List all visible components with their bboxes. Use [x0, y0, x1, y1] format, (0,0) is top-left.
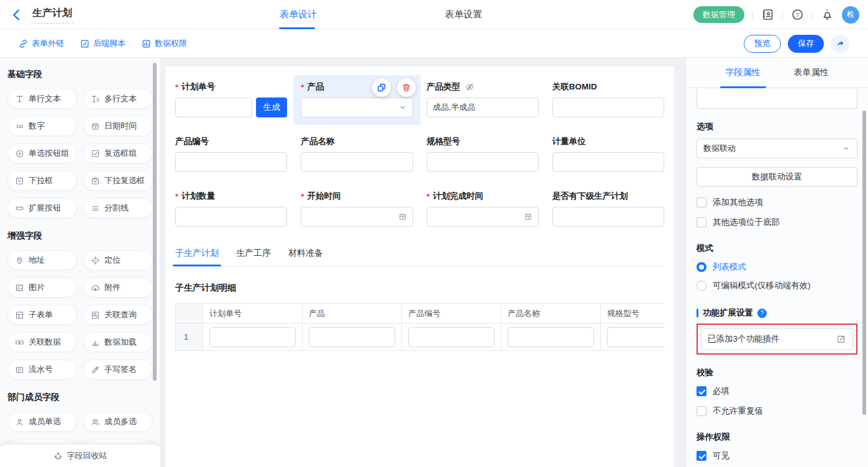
- share-button[interactable]: [831, 34, 849, 53]
- field-recycle-bin[interactable]: 字段回收站: [0, 445, 160, 467]
- field-plan-quantity[interactable]: *计划数量: [175, 191, 287, 227]
- palette-item-member-multi[interactable]: 成员多选: [83, 412, 153, 432]
- tab-production-process[interactable]: 生产工序: [236, 248, 271, 266]
- field-bom-id[interactable]: 关联BOMID: [552, 81, 664, 117]
- other-option-bottom-checkbox[interactable]: 其他选项位于底部: [697, 217, 857, 228]
- palette-item-number[interactable]: 数字: [7, 116, 77, 136]
- save-button[interactable]: 保存: [788, 35, 824, 53]
- select-icon: [15, 176, 24, 186]
- palette-item-member-single[interactable]: 成员单选: [7, 412, 77, 432]
- help-icon[interactable]: [791, 8, 804, 21]
- palette-item-multi-select[interactable]: 下拉复选框: [83, 171, 153, 191]
- user-avatar[interactable]: 检: [842, 6, 859, 24]
- palette-item-checkbox-group[interactable]: 复选框组: [83, 143, 153, 163]
- plugin-summary-field[interactable]: 已添加3个功能插件: [701, 328, 853, 350]
- checkbox-unchecked[interactable]: [697, 217, 706, 227]
- field-product-code[interactable]: 产品编号: [175, 136, 287, 172]
- checkbox-checked[interactable]: [697, 451, 706, 461]
- field-start-time[interactable]: *开始时间: [301, 191, 413, 227]
- field-finish-time[interactable]: *计划完成时间: [427, 191, 539, 227]
- radio-selected[interactable]: [697, 262, 706, 272]
- palette-item-ext-button[interactable]: 扩展按钮: [7, 198, 77, 218]
- mode-list-radio[interactable]: 列表模式: [697, 261, 857, 273]
- palette-item-attachment[interactable]: 附件: [83, 278, 153, 297]
- mode-editable-radio[interactable]: 可编辑模式(仅移动端有效): [697, 280, 857, 291]
- help-filled-icon[interactable]: ?: [757, 309, 767, 318]
- section-title-basic: 基础字段: [7, 69, 153, 80]
- palette-item-select[interactable]: 下拉框: [7, 171, 77, 191]
- duplicate-field-button[interactable]: [372, 78, 391, 97]
- tab-form-settings[interactable]: 表单设置: [445, 0, 482, 29]
- plan-number-input[interactable]: [175, 97, 252, 117]
- radio-unselected[interactable]: [697, 281, 706, 291]
- palette-item-signature[interactable]: 手写签名: [83, 360, 153, 379]
- sidebar-scrollbar[interactable]: [153, 63, 157, 381]
- palette-item-multi-text[interactable]: 多行文本: [83, 89, 153, 109]
- palette-item-radio-group[interactable]: 单选按钮组: [7, 143, 77, 163]
- section-title-member: 部门成员字段: [7, 392, 153, 403]
- notification-bell-icon[interactable]: [821, 8, 834, 21]
- tab-material-preparation[interactable]: 材料准备: [288, 248, 323, 266]
- palette-item-related-query[interactable]: 关联查询: [83, 305, 153, 325]
- subtable-cell-input[interactable]: [607, 327, 664, 347]
- add-other-option-checkbox[interactable]: 添加其他选项: [697, 197, 857, 208]
- palette-item-data-load[interactable]: 数据加载: [83, 332, 153, 352]
- field-product-type[interactable]: 产品类型 成品,半成品: [427, 81, 539, 117]
- form-external-link[interactable]: 表单外链: [19, 38, 64, 49]
- subtable-cell-input[interactable]: [408, 327, 495, 347]
- finish-time-input[interactable]: [427, 207, 539, 227]
- field-has-sub-plan[interactable]: 是否有下级生产计划: [552, 191, 664, 227]
- panel-scrollbar[interactable]: [862, 111, 866, 415]
- field-product-name[interactable]: 产品名称: [301, 136, 413, 172]
- has-sub-plan-input[interactable]: [552, 207, 664, 227]
- field-plan-number[interactable]: *计划单号 生成: [175, 81, 287, 117]
- preview-button[interactable]: 预览: [744, 35, 781, 53]
- tab-form-properties[interactable]: 表单属性: [794, 58, 829, 88]
- product-type-input[interactable]: 成品,半成品: [427, 97, 539, 117]
- contact-book-icon[interactable]: [761, 8, 774, 21]
- option-source-select[interactable]: 数据联动: [697, 138, 857, 158]
- backend-script-link[interactable]: 后端脚本: [80, 38, 126, 49]
- subtable-cell-input[interactable]: [309, 327, 395, 347]
- unit-input[interactable]: [552, 152, 664, 172]
- palette-item-image[interactable]: 图片: [7, 278, 77, 297]
- palette-item-related-data[interactable]: 关联数据: [7, 332, 77, 352]
- subtable-cell-input[interactable]: [209, 327, 296, 347]
- data-permission-link[interactable]: 数据权限: [142, 38, 187, 49]
- checkbox-unchecked[interactable]: [697, 197, 706, 207]
- generate-button[interactable]: 生成: [256, 97, 287, 117]
- product-code-input[interactable]: [175, 152, 287, 172]
- tab-sub-production-plan[interactable]: 子生产计划: [175, 248, 219, 266]
- palette-item-serial-number[interactable]: 流水号: [7, 360, 77, 379]
- scrolled-partial-input[interactable]: [697, 89, 857, 109]
- search-box-icon: [91, 311, 100, 320]
- tab-field-properties[interactable]: 字段属性: [726, 58, 761, 88]
- data-manage-button[interactable]: 数据管理: [693, 6, 744, 23]
- field-spec-model[interactable]: 规格型号: [427, 136, 539, 172]
- bom-id-input[interactable]: [552, 97, 664, 117]
- delete-field-button[interactable]: [397, 78, 416, 97]
- tab-form-design[interactable]: 表单设计: [280, 0, 317, 29]
- palette-item-address[interactable]: 地址: [7, 250, 77, 270]
- product-select[interactable]: [301, 97, 413, 117]
- data-linkage-settings-button[interactable]: 数据联动设置: [697, 167, 857, 187]
- palette-item-location[interactable]: 定位: [83, 250, 153, 270]
- plan-quantity-input[interactable]: [175, 207, 287, 227]
- product-name-input[interactable]: [301, 152, 413, 172]
- checkbox-checked[interactable]: [697, 386, 706, 396]
- checkbox-unchecked[interactable]: [697, 406, 706, 416]
- no-duplicate-checkbox[interactable]: 不允许重复值: [697, 406, 857, 417]
- edit-icon[interactable]: [836, 334, 846, 344]
- palette-item-single-text[interactable]: 单行文本: [7, 89, 77, 109]
- back-button[interactable]: [10, 8, 24, 22]
- palette-item-divider[interactable]: 分割线: [83, 198, 153, 218]
- palette-item-subform[interactable]: 子表单: [7, 305, 77, 325]
- start-time-input[interactable]: [301, 207, 413, 227]
- field-product-selected[interactable]: *产品: [293, 75, 420, 125]
- required-checkbox[interactable]: 必填: [697, 386, 857, 397]
- subtable-cell-input[interactable]: [508, 327, 594, 347]
- visible-checkbox[interactable]: 可见: [697, 450, 857, 461]
- spec-model-input[interactable]: [427, 152, 539, 172]
- field-unit[interactable]: 计量单位: [552, 136, 664, 172]
- palette-item-datetime[interactable]: 日期时间: [83, 116, 153, 136]
